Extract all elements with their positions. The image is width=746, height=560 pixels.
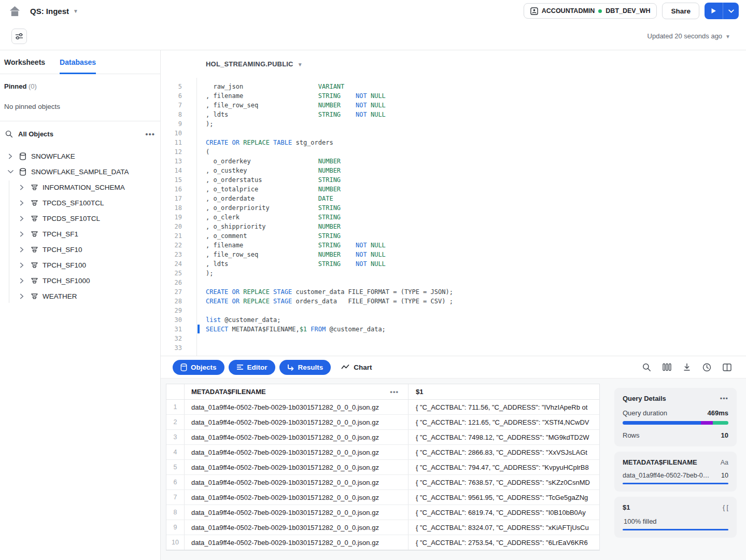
chevron-right-icon[interactable]: [17, 200, 27, 206]
code-line-17[interactable]: , o_orderdate DATE: [206, 194, 746, 203]
code-line-19[interactable]: , o_clerk STRING: [206, 213, 746, 222]
chart-toggle-button[interactable]: Chart: [335, 363, 378, 371]
chevron-right-icon[interactable]: [17, 293, 27, 299]
table-row[interactable]: 7data_01a9ff4e-0502-7beb-0029-1b03015712…: [166, 490, 599, 505]
chevron-down-icon[interactable]: [5, 170, 16, 174]
cell-filename[interactable]: data_01a9ff4e-0502-7beb-0029-1b030157128…: [185, 535, 409, 550]
download-button[interactable]: [683, 363, 691, 371]
history-button[interactable]: [702, 363, 711, 372]
editor-toggle-button[interactable]: Editor: [229, 360, 275, 375]
objects-menu-button[interactable]: •••: [145, 130, 155, 138]
code-line-30[interactable]: list @customer_data;: [206, 315, 746, 325]
filename-column-stats-card[interactable]: METADATA$FILENAME Aa data_01a9ff4e-0502-…: [614, 452, 737, 492]
tree-item-tpcds_sf100tcl[interactable]: TPCDS_SF100TCL: [0, 195, 160, 211]
cell-dollar1[interactable]: { "C_ACCTBAL": 7638.57, "C_ADDRESS": "sK…: [409, 475, 599, 489]
columns-button[interactable]: [663, 363, 671, 371]
cell-dollar1[interactable]: { "C_ACCTBAL": 8324.07, "C_ADDRESS": "xK…: [409, 520, 599, 535]
code-line-7[interactable]: , file_row_seq NUMBER NOT NULL: [206, 101, 746, 110]
tab-worksheets[interactable]: Worksheets: [4, 50, 45, 74]
table-row[interactable]: 5data_01a9ff4e-0502-7beb-0029-1b03015712…: [166, 460, 599, 475]
cell-filename[interactable]: data_01a9ff4e-0502-7beb-0029-1b030157128…: [185, 415, 409, 429]
code-line-22[interactable]: , filename STRING NOT NULL: [206, 241, 746, 250]
code-line-32[interactable]: [206, 334, 746, 343]
cell-dollar1[interactable]: { "C_ACCTBAL": 711.56, "C_ADDRESS": "IVh…: [409, 400, 599, 414]
chevron-right-icon[interactable]: [17, 231, 27, 237]
tab-databases[interactable]: Databases: [60, 50, 96, 74]
top-value-row[interactable]: data_01a9ff4e-0502-7beb-002... 10: [623, 472, 728, 479]
cell-dollar1[interactable]: { "C_ACCTBAL": 2753.54, "C_ADDRESS": "6L…: [409, 535, 599, 550]
code-line-33[interactable]: [206, 343, 746, 353]
cell-dollar1[interactable]: { "C_ACCTBAL": 9561.95, "C_ADDRESS": "Tc…: [409, 490, 599, 505]
column-header-dollar1[interactable]: $1: [409, 384, 599, 399]
tree-item-weather[interactable]: WEATHER: [0, 288, 160, 304]
tree-item-snowflake[interactable]: SNOWFLAKE: [0, 148, 160, 164]
table-row[interactable]: 2data_01a9ff4e-0502-7beb-0029-1b03015712…: [166, 415, 599, 430]
code-line-6[interactable]: , filename STRING NOT NULL: [206, 91, 746, 101]
code-line-31[interactable]: SELECT METADATA$FILENAME,$1 FROM @custom…: [206, 325, 746, 334]
table-row[interactable]: 3data_01a9ff4e-0502-7beb-0029-1b03015712…: [166, 430, 599, 445]
cell-filename[interactable]: data_01a9ff4e-0502-7beb-0029-1b030157128…: [185, 520, 409, 535]
code-line-24[interactable]: , ldts STRING NOT NULL: [206, 259, 746, 269]
code-line-16[interactable]: , o_totalprice NUMBER: [206, 185, 746, 194]
cell-filename[interactable]: data_01a9ff4e-0502-7beb-0029-1b030157128…: [185, 430, 409, 444]
filters-button[interactable]: [11, 29, 27, 44]
tree-item-tpch_sf10[interactable]: TPCH_SF10: [0, 242, 160, 257]
query-details-menu-button[interactable]: •••: [720, 395, 728, 402]
title-chevron-down-icon[interactable]: ▼: [73, 8, 78, 14]
schema-context-selector[interactable]: HOL_STREAMING.PUBLIC▼: [206, 60, 303, 68]
chevron-right-icon[interactable]: [17, 278, 27, 284]
code-line-11[interactable]: CREATE OR REPLACE TABLE stg_orders: [206, 138, 746, 147]
run-button-group[interactable]: [705, 3, 739, 19]
cell-dollar1[interactable]: { "C_ACCTBAL": 2866.83, "C_ADDRESS": "Xx…: [409, 445, 599, 459]
code-line-23[interactable]: , file_row_seq NUMBER NOT NULL: [206, 250, 746, 259]
table-row[interactable]: 10data_01a9ff4e-0502-7beb-0029-1b0301571…: [166, 535, 599, 550]
column-menu-button[interactable]: •••: [390, 388, 403, 396]
code-line-26[interactable]: [206, 278, 746, 287]
chevron-right-icon[interactable]: [17, 247, 27, 253]
table-row[interactable]: 8data_01a9ff4e-0502-7beb-0029-1b03015712…: [166, 505, 599, 520]
split-view-button[interactable]: [723, 363, 731, 371]
updated-status[interactable]: Updated 20 seconds ago▼: [648, 32, 730, 40]
code-line-28[interactable]: CREATE OR REPLACE STAGE orders_data FILE…: [206, 297, 746, 306]
tree-item-tpch_sf1000[interactable]: TPCH_SF1000: [0, 273, 160, 288]
tree-item-information_schema[interactable]: INFORMATION_SCHEMA: [0, 179, 160, 195]
code-line-25[interactable]: );: [206, 269, 746, 278]
code-line-15[interactable]: , o_orderstatus STRING: [206, 175, 746, 185]
cell-filename[interactable]: data_01a9ff4e-0502-7beb-0029-1b030157128…: [185, 400, 409, 414]
table-row[interactable]: 4data_01a9ff4e-0502-7beb-0029-1b03015712…: [166, 445, 599, 460]
cell-filename[interactable]: data_01a9ff4e-0502-7beb-0029-1b030157128…: [185, 505, 409, 520]
chevron-right-icon[interactable]: [5, 153, 16, 159]
chevron-right-icon[interactable]: [17, 185, 27, 190]
home-button[interactable]: [7, 4, 22, 18]
table-row[interactable]: 9data_01a9ff4e-0502-7beb-0029-1b03015712…: [166, 520, 599, 535]
code-line-29[interactable]: [206, 306, 746, 315]
tree-item-tpch_sf1[interactable]: TPCH_SF1: [0, 226, 160, 242]
column-header-filename[interactable]: METADATA$FILENAME•••: [185, 384, 409, 399]
code-line-9[interactable]: );: [206, 119, 746, 129]
cell-dollar1[interactable]: { "C_ACCTBAL": 6819.74, "C_ADDRESS": "I0…: [409, 505, 599, 520]
cell-filename[interactable]: data_01a9ff4e-0502-7beb-0029-1b030157128…: [185, 475, 409, 489]
code-line-14[interactable]: , o_custkey NUMBER: [206, 166, 746, 175]
run-button[interactable]: [705, 8, 723, 14]
tree-item-tpch_sf100[interactable]: TPCH_SF100: [0, 257, 160, 273]
cell-filename[interactable]: data_01a9ff4e-0502-7beb-0029-1b030157128…: [185, 490, 409, 505]
dollar1-column-stats-card[interactable]: $1 { [ 100% filled: [614, 497, 737, 538]
code-line-5[interactable]: raw_json VARIANT: [206, 82, 746, 91]
cell-dollar1[interactable]: { "C_ACCTBAL": 7498.12, "C_ADDRESS": "MG…: [409, 430, 599, 444]
objects-toggle-button[interactable]: Objects: [173, 360, 224, 375]
query-duration-bar[interactable]: [623, 421, 728, 425]
tree-item-tpcds_sf10tcl[interactable]: TPCDS_SF10TCL: [0, 211, 160, 226]
sql-editor[interactable]: 5678910111213141516171819202122232425262…: [161, 78, 746, 356]
table-row[interactable]: 6data_01a9ff4e-0502-7beb-0029-1b03015712…: [166, 475, 599, 490]
code-line-10[interactable]: [206, 129, 746, 138]
search-results-button[interactable]: [642, 363, 651, 372]
context-selector[interactable]: ACCOUNTADMIN DBT_DEV_WH: [524, 3, 657, 19]
share-button[interactable]: Share: [662, 3, 699, 19]
code-line-13[interactable]: o_orderkey NUMBER: [206, 157, 746, 166]
table-row[interactable]: 1data_01a9ff4e-0502-7beb-0029-1b03015712…: [166, 400, 599, 415]
chevron-right-icon[interactable]: [17, 216, 27, 221]
tree-item-snowflake_sample_data[interactable]: SNOWFLAKE_SAMPLE_DATA: [0, 164, 160, 179]
cell-filename[interactable]: data_01a9ff4e-0502-7beb-0029-1b030157128…: [185, 445, 409, 459]
code-line-8[interactable]: , ldts STRING NOT NULL: [206, 110, 746, 119]
run-options-button[interactable]: [723, 9, 739, 13]
